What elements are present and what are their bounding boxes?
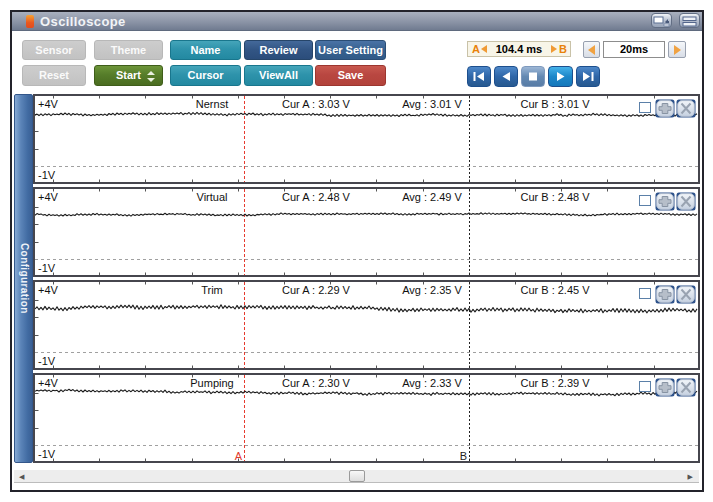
svg-text:-1V: -1V: [38, 169, 56, 181]
svg-text:+4V: +4V: [38, 98, 59, 110]
svg-text:Cur B : 2.39 V: Cur B : 2.39 V: [520, 377, 590, 389]
svg-text:Pumping: Pumping: [190, 377, 233, 389]
svg-text:-1V: -1V: [38, 355, 56, 367]
svg-text:Cur A : 2.29 V: Cur A : 2.29 V: [282, 284, 351, 296]
svg-text:Cur A : 2.48 V: Cur A : 2.48 V: [282, 191, 351, 203]
svg-text:+4V: +4V: [38, 191, 59, 203]
svg-text:Cur B : 2.45 V: Cur B : 2.45 V: [520, 284, 590, 296]
svg-text:Cur B : 2.48 V: Cur B : 2.48 V: [520, 191, 590, 203]
svg-text:Cur A : 3.03 V: Cur A : 3.03 V: [282, 98, 351, 110]
svg-text:A: A: [235, 450, 243, 461]
svg-text:Cur B : 3.01 V: Cur B : 3.01 V: [520, 98, 590, 110]
svg-text:B: B: [460, 450, 467, 461]
svg-text:Avg : 2.35 V: Avg : 2.35 V: [402, 284, 462, 296]
svg-text:-1V: -1V: [38, 262, 56, 274]
svg-text:Cur A : 2.30 V: Cur A : 2.30 V: [282, 377, 351, 389]
svg-text:-1V: -1V: [38, 448, 56, 460]
svg-text:+4V: +4V: [38, 284, 59, 296]
svg-text:Avg : 2.49 V: Avg : 2.49 V: [402, 191, 462, 203]
svg-text:Avg : 3.01 V: Avg : 3.01 V: [402, 98, 462, 110]
svg-text:Trim: Trim: [201, 284, 223, 296]
svg-text:Avg : 2.33 V: Avg : 2.33 V: [402, 377, 462, 389]
svg-text:Nernst: Nernst: [196, 98, 228, 110]
svg-text:+4V: +4V: [38, 377, 59, 389]
svg-text:Virtual: Virtual: [197, 191, 228, 203]
